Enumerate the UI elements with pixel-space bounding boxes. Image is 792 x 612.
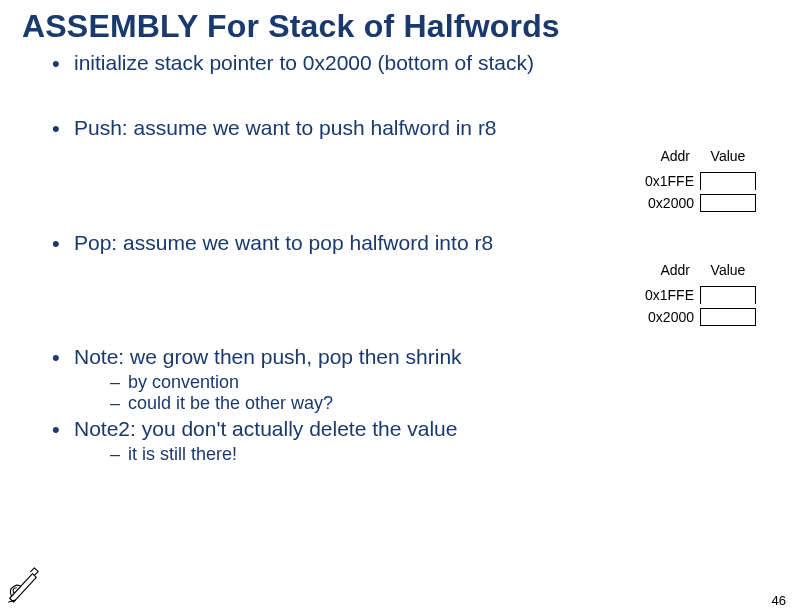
addr-cell: 0x1FFE	[638, 173, 700, 189]
sublist-note1: by convention could it be the other way?	[74, 372, 770, 413]
table-header-addr: Addr	[638, 148, 700, 164]
slide-body: initialize stack pointer to 0x2000 (bott…	[0, 51, 792, 465]
slide-title: ASSEMBLY For Stack of Halfwords	[0, 0, 792, 45]
sub-stillthere: it is still there!	[110, 444, 770, 465]
bullet-note2: Note2: you don't actually delete the val…	[52, 417, 770, 464]
writing-hand-icon	[4, 564, 42, 604]
bullet-note1: Note: we grow then push, pop then shrink…	[52, 345, 770, 413]
bullet-push: Push: assume we want to push halfword in…	[52, 116, 770, 141]
bullet-init: initialize stack pointer to 0x2000 (bott…	[52, 51, 770, 76]
memory-table-push: Addr Value 0x1FFE 0x2000	[638, 148, 756, 214]
table-header-addr: Addr	[638, 262, 700, 278]
page-number: 46	[772, 593, 786, 608]
table-row: 0x1FFE	[638, 170, 756, 192]
bullet-list-notes: Note: we grow then push, pop then shrink…	[22, 345, 770, 465]
table-row: 0x1FFE	[638, 284, 756, 306]
memory-table-pop: Addr Value 0x1FFE 0x2000	[638, 262, 756, 328]
table-header-value: Value	[700, 262, 756, 278]
bullet-list-pop: Pop: assume we want to pop halfword into…	[22, 231, 770, 256]
value-cell	[700, 172, 756, 190]
sub-convention: by convention	[110, 372, 770, 393]
table-row: 0x2000	[638, 192, 756, 214]
value-cell	[700, 308, 756, 326]
bullet-pop: Pop: assume we want to pop halfword into…	[52, 231, 770, 256]
table-header-value: Value	[700, 148, 756, 164]
sublist-note2: it is still there!	[74, 444, 770, 465]
bullet-list-push: Push: assume we want to push halfword in…	[22, 116, 770, 141]
bullet-list: initialize stack pointer to 0x2000 (bott…	[22, 51, 770, 76]
addr-cell: 0x2000	[638, 309, 700, 325]
value-cell	[700, 286, 756, 304]
sub-otherway: could it be the other way?	[110, 393, 770, 414]
table-row: 0x2000	[638, 306, 756, 328]
bullet-note2-text: Note2: you don't actually delete the val…	[74, 417, 457, 440]
addr-cell: 0x1FFE	[638, 287, 700, 303]
bullet-note1-text: Note: we grow then push, pop then shrink	[74, 345, 462, 368]
addr-cell: 0x2000	[638, 195, 700, 211]
value-cell	[700, 194, 756, 212]
